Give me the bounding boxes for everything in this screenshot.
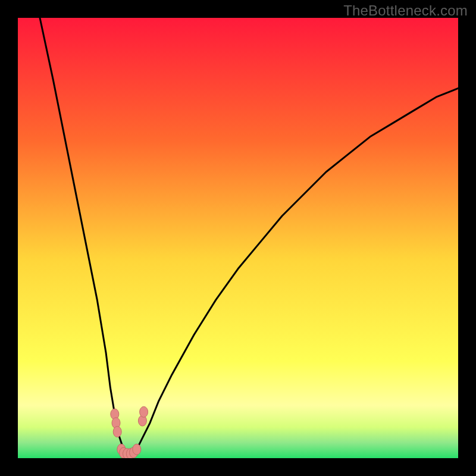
bottleneck-curve xyxy=(40,18,458,454)
curve-marker xyxy=(133,444,141,455)
curve-layer xyxy=(18,18,458,458)
curve-marker xyxy=(113,427,121,437)
chart-frame: TheBottleneck.com xyxy=(0,0,476,476)
watermark-text: TheBottleneck.com xyxy=(343,2,468,19)
plot-area xyxy=(18,18,458,458)
curve-marker xyxy=(140,406,148,417)
curve-markers xyxy=(111,406,148,458)
